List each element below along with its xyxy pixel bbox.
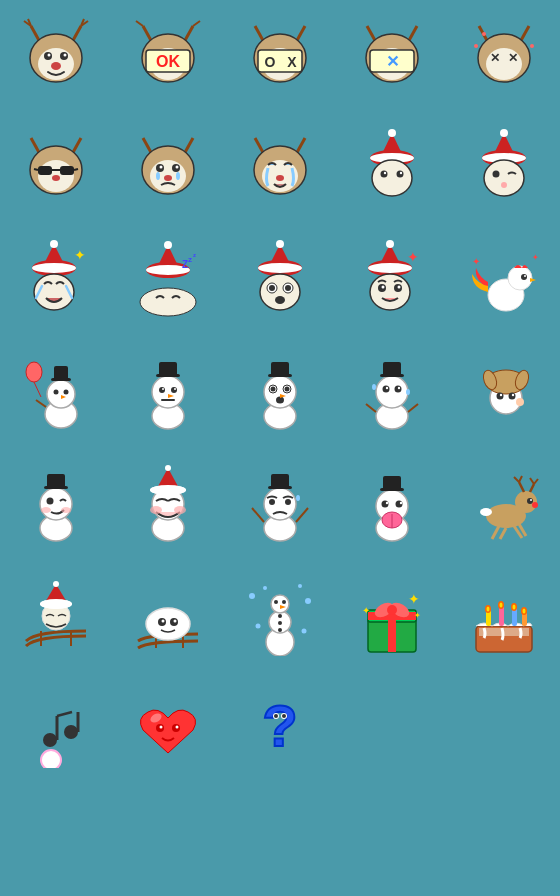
svg-point-284 (176, 726, 179, 729)
sticker-gift[interactable]: ✦ ✦ ✦ (336, 560, 448, 672)
sticker-mochi-sled[interactable] (112, 560, 224, 672)
svg-point-107 (285, 285, 291, 291)
svg-point-84 (501, 182, 507, 188)
sticker-snowman-smirk[interactable] (0, 448, 112, 560)
sticker-new-text[interactable] (112, 784, 224, 896)
sticker-santa-laugh-cry[interactable]: ✦ (0, 224, 112, 336)
sticker-heart[interactable] (112, 672, 224, 784)
svg-point-272 (500, 603, 503, 608)
sticker-snowman-worried[interactable] (224, 448, 336, 560)
svg-point-194 (269, 499, 275, 505)
svg-point-41 (530, 44, 534, 48)
sticker-birthday-text[interactable] (336, 784, 448, 896)
sticker-year-text[interactable] (224, 784, 336, 896)
sticker-reindeer-ok[interactable]: OK (112, 0, 224, 112)
svg-text:✦: ✦ (414, 611, 421, 620)
sticker-rooster[interactable]: ✦ ✦ (448, 224, 560, 336)
svg-point-121 (521, 274, 527, 280)
sticker-exclaim-text[interactable] (448, 784, 560, 896)
svg-line-154 (408, 404, 418, 412)
svg-point-71 (388, 129, 396, 137)
svg-point-108 (275, 296, 285, 304)
svg-text:✕: ✕ (490, 51, 500, 65)
svg-point-257 (387, 605, 397, 615)
svg-line-212 (530, 484, 534, 492)
sticker-question-mark[interactable]: ? (224, 672, 336, 784)
svg-point-279 (64, 725, 78, 739)
svg-point-178 (41, 507, 51, 513)
sticker-reindeer-sob[interactable] (224, 112, 336, 224)
sticker-santa-shh[interactable] (448, 112, 560, 224)
svg-point-63 (164, 175, 172, 181)
svg-line-14 (136, 21, 143, 26)
svg-point-185 (150, 485, 186, 495)
sticker-snowman-yum[interactable] (112, 448, 224, 560)
svg-point-273 (513, 605, 516, 610)
svg-text:X: X (287, 54, 297, 70)
sticker-music-note[interactable] (0, 672, 112, 784)
svg-point-229 (40, 599, 72, 609)
svg-point-191 (264, 488, 296, 520)
sticker-snowman-dog[interactable] (448, 336, 560, 448)
sticker-xmas-text[interactable] (448, 672, 560, 784)
svg-point-95 (140, 288, 196, 316)
svg-point-122 (524, 275, 526, 277)
svg-point-290 (282, 714, 286, 718)
sticker-snowman-sweat[interactable] (336, 336, 448, 448)
svg-point-186 (150, 506, 162, 514)
sticker-santa-sleep[interactable]: Z z z (112, 224, 224, 336)
svg-point-59 (160, 166, 163, 169)
svg-point-179 (61, 507, 71, 513)
svg-point-117 (382, 286, 385, 289)
svg-line-16 (193, 21, 200, 26)
svg-point-42 (482, 32, 486, 36)
sticker-reindeer-dizzy[interactable]: ✕ ✕ (448, 0, 560, 112)
svg-point-125 (26, 362, 42, 382)
svg-rect-47 (38, 166, 52, 175)
svg-point-203 (386, 502, 388, 504)
sticker-santa-sled[interactable] (0, 560, 112, 672)
sticker-birthday-cake[interactable] (448, 560, 560, 672)
svg-point-82 (484, 160, 524, 196)
svg-point-161 (386, 387, 388, 389)
svg-point-61 (156, 172, 160, 180)
sticker-snowman-balloon[interactable] (0, 336, 112, 448)
sticker-santa-blank[interactable] (336, 112, 448, 224)
sticker-reindeer-x[interactable]: ✕ (336, 0, 448, 112)
svg-text:✦: ✦ (472, 256, 480, 267)
sticker-reindeer-run[interactable] (448, 448, 560, 560)
svg-point-111 (386, 240, 394, 248)
sticker-snowman-surprised[interactable] (224, 336, 336, 448)
sticker-santa-shocked[interactable] (224, 224, 336, 336)
svg-point-244 (263, 586, 267, 590)
svg-rect-193 (271, 474, 289, 488)
sticker-snowman-tongue[interactable] (336, 448, 448, 560)
svg-point-160 (395, 386, 402, 393)
svg-rect-157 (383, 362, 401, 376)
svg-point-187 (174, 506, 186, 514)
sticker-reindeer-box[interactable]: O X (224, 0, 336, 112)
svg-point-114 (370, 274, 410, 310)
svg-line-209 (519, 482, 524, 492)
svg-line-219 (500, 528, 506, 539)
svg-text:✦: ✦ (407, 249, 419, 265)
sticker-merry-text[interactable] (336, 672, 448, 784)
sticker-reindeer-cool[interactable] (0, 112, 112, 224)
svg-rect-200 (383, 476, 401, 490)
svg-point-222 (480, 508, 492, 516)
svg-line-211 (519, 476, 522, 482)
sticker-reindeer-cry[interactable] (112, 112, 224, 224)
svg-line-278 (57, 712, 72, 716)
sticker-santa-anguish[interactable]: ✦ (336, 224, 448, 336)
svg-point-283 (160, 726, 163, 729)
svg-point-172 (516, 398, 524, 406)
sticker-happy-text[interactable] (0, 784, 112, 896)
sticker-snowman-snow[interactable] (224, 560, 336, 672)
sticker-reindeer-happy[interactable] (0, 0, 112, 112)
svg-line-189 (252, 508, 264, 522)
svg-point-248 (278, 614, 282, 618)
sticker-snowman-neutral[interactable] (112, 336, 224, 448)
svg-point-217 (532, 502, 538, 508)
svg-point-216 (530, 499, 532, 501)
svg-point-208 (515, 491, 537, 513)
